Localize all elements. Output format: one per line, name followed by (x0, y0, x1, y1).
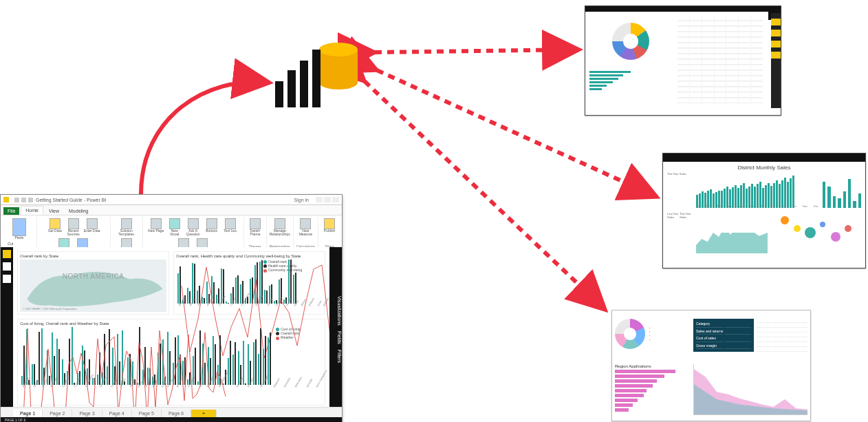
ribbon-group-resources: Solution Templates Partner Showcase Reso… (111, 217, 143, 250)
ribbon-btn-ask-question[interactable]: Ask A Question (185, 218, 202, 236)
legend-top: Overall rank Health care quality Communi… (263, 260, 323, 273)
visual-map[interactable]: Overall rank by State NORTH AMERICA © 20… (17, 251, 169, 315)
ribbon-tab-modeling[interactable]: Modeling (65, 207, 92, 215)
ribbon-btn-new-measure[interactable]: New Measure (297, 218, 314, 236)
t2-monthly-bars: JanFebMarAprMayJunJulAugSepOctNovDec (696, 172, 818, 208)
page-tab-5[interactable]: Page 5 (132, 410, 162, 417)
ribbon-tab-home[interactable]: Home (21, 206, 43, 215)
map-area: NORTH AMERICA © 2017 HERE © 2017 Microso… (20, 260, 166, 312)
legend-bottom: Cost of living Overall rank Weather (276, 327, 323, 340)
svg-point-3 (319, 43, 358, 56)
power-bi-desktop-window: Getting Started Guide - Power BI Sign in… (0, 194, 343, 422)
ribbon-group-clipboard: Paste Cut Copy Format Painter Clipboard (2, 217, 37, 250)
app-logo-icon (3, 197, 9, 202)
t3-hbars-title: Region Applications (615, 364, 691, 368)
svg-point-2 (319, 76, 358, 89)
ribbon-btn-textbox[interactable]: Text box (222, 218, 239, 236)
svg-rect-4 (275, 81, 283, 107)
window-maximize-icon[interactable] (324, 197, 331, 202)
window-titlebar: Getting Started Guide - Power BI Sign in (1, 195, 342, 205)
ribbon-tabs: File Home View Modeling (1, 205, 342, 215)
ribbon-btn-get-data[interactable]: Get Data (47, 218, 63, 236)
report-canvas[interactable]: Overall rank by State NORTH AMERICA © 20… (13, 247, 329, 412)
page-tab-1[interactable]: Page 1 (13, 410, 43, 417)
grouped-bars-bottom (21, 328, 272, 385)
page-tab-2[interactable]: Page 2 (43, 410, 72, 417)
t2-bubble-chart (772, 212, 861, 253)
svg-rect-6 (300, 61, 308, 107)
view-rail (1, 247, 13, 412)
t3-donut-chart (615, 319, 645, 349)
page-tab-6[interactable]: Page 6 (162, 410, 191, 417)
ribbon-btn-publish[interactable]: Publish (321, 218, 338, 233)
ribbon-btn-manage-relationships[interactable]: Manage Relationships (272, 218, 288, 236)
qat-redo-icon[interactable] (28, 198, 33, 202)
map-label: NORTH AMERICA (63, 273, 124, 280)
signin-link[interactable]: Sign in (294, 198, 309, 202)
t3-kpi-card: Category Sales and returns Cost of sales… (693, 319, 754, 352)
ribbon-group-themes: Switch Theme Themes (244, 217, 267, 250)
pane-fields[interactable]: Fields (329, 331, 342, 344)
workspace: Overall rank by State NORTH AMERICA © 20… (1, 247, 342, 412)
view-model-icon[interactable] (3, 275, 11, 283)
ribbon-btn-cut[interactable]: Cut (8, 242, 30, 246)
t2-slicer: This Year Sales (667, 172, 692, 208)
svg-rect-5 (287, 70, 296, 107)
ribbon-btn-recent-sources[interactable]: Recent Sources (65, 218, 82, 236)
svg-rect-7 (312, 50, 321, 107)
qat-save-icon[interactable] (14, 198, 19, 202)
t1-rail-accents (771, 19, 781, 59)
ribbon-tab-view[interactable]: View (45, 207, 63, 215)
ribbon-btn-solution-templates[interactable]: Solution Templates (118, 218, 135, 236)
arrow-model-to-report1 (375, 50, 579, 52)
t3-table (757, 319, 807, 352)
ribbon-group-share: Publish Share (318, 217, 340, 250)
ribbon-btn-paste[interactable]: Paste (12, 218, 26, 240)
window-minimize-icon[interactable] (316, 197, 323, 202)
t1-hbar-chart (589, 71, 638, 90)
ribbon-btn-buttons[interactable]: Buttons (204, 218, 220, 236)
t3-donut-legend: •••• (649, 326, 650, 341)
ribbon-group-calculations: New Measure Calculations (294, 217, 318, 250)
page-tab-add[interactable]: + (191, 410, 217, 417)
report-thumbnail-1 (585, 6, 781, 116)
ribbon-btn-new-page[interactable]: New Page (148, 218, 164, 236)
collapsed-panes[interactable]: Visualizations Fields Filters (329, 247, 342, 412)
view-report-icon[interactable] (3, 250, 11, 258)
t2-area-legend: Last Year Sales This Year Sales (667, 212, 692, 253)
ribbon-btn-switch-theme[interactable]: Switch Theme (247, 218, 263, 236)
status-bar: PAGE 1 OF 6 (1, 417, 342, 422)
report-thumbnail-2: District Monthly Sales This Year Sales J… (662, 153, 866, 268)
ribbon-group-relationships: Manage Relationships Relationships (267, 217, 294, 250)
ribbon-group-insert: New Page New Visual Ask A Question Butto… (143, 217, 244, 250)
visual-grouped-bars-bottom[interactable]: Cost of living, Overall rank and Weather… (17, 319, 325, 405)
x-axis-bottom: AlabamaAlaskaArizonaArkansasCaliforniaCo… (21, 386, 272, 393)
ribbon-btn-new-visual[interactable]: New Visual (166, 218, 183, 236)
view-data-icon[interactable] (3, 262, 11, 271)
page-tab-4[interactable]: Page 4 (102, 410, 132, 417)
t2-chrome-top (663, 154, 865, 162)
t2-title: District Monthly Sales (667, 165, 861, 171)
t1-matrix (677, 16, 763, 103)
t3-area-chart (693, 364, 807, 415)
page-tab-3[interactable]: Page 3 (72, 410, 102, 417)
report-thumbnail-3: •••• Category Sales and returns Cost of … (611, 310, 811, 421)
ribbon-btn-enter-data[interactable]: Enter Data (84, 218, 100, 236)
pane-visualizations[interactable]: Visualizations (329, 296, 342, 326)
visual-grouped-bars-top[interactable]: Overall rank, Health care quality and Co… (173, 251, 325, 315)
diagram-stage: Getting Started Guide - Power BI Sign in… (0, 0, 868, 422)
ribbon-group-external-data: Get Data Recent Sources Enter Data Edit … (37, 217, 111, 250)
t1-donut-title (589, 16, 672, 20)
t2-area-chart (696, 212, 768, 253)
menu-file[interactable]: File (3, 207, 19, 215)
power-bi-logo-icon (271, 33, 374, 116)
pane-filters[interactable]: Filters (329, 350, 342, 363)
quick-access-toolbar (14, 198, 33, 202)
arrow-source-to-model (141, 82, 270, 194)
arrow-model-to-report3 (365, 81, 605, 310)
window-close-icon[interactable] (332, 197, 339, 202)
t1-donut-chart (612, 23, 649, 60)
qat-undo-icon[interactable] (21, 198, 26, 202)
window-title: Getting Started Guide - Power BI (36, 198, 292, 202)
t3-hbars (615, 370, 691, 412)
